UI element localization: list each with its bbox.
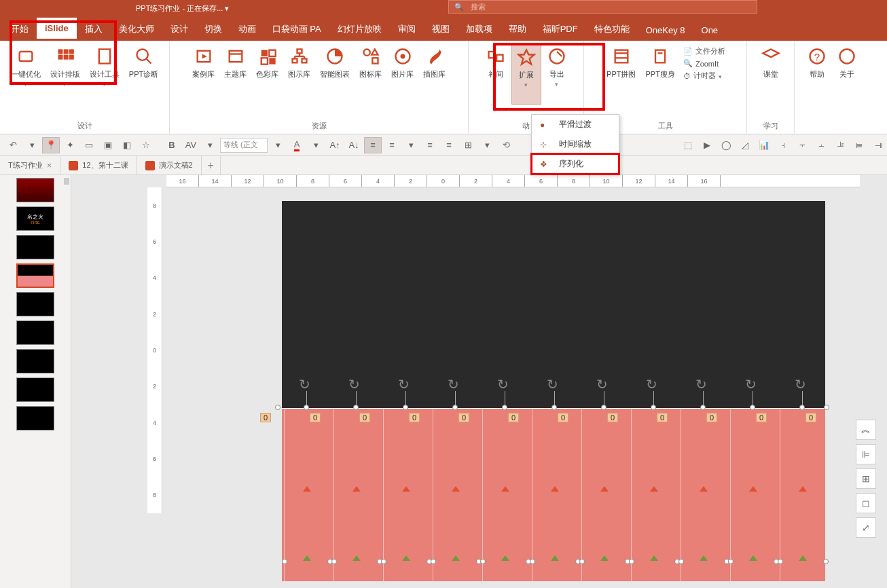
thumbnail-8[interactable] [16, 378, 54, 402]
btn-extend[interactable]: 扩展▾ [511, 43, 541, 105]
qat-icon-b[interactable]: ▶ [698, 137, 716, 153]
btn-spacing[interactable]: AV [182, 137, 200, 153]
btn-present[interactable]: ▣ [99, 137, 117, 153]
btn-iconlib[interactable]: 图标库 [355, 43, 386, 105]
font-color-drop[interactable]: ▾ [307, 137, 325, 153]
tab-design[interactable]: 设计 [162, 18, 196, 41]
panel-btn-up[interactable]: ︽ [856, 420, 876, 440]
dropdown-serialize[interactable]: ❖序列化 [532, 154, 619, 174]
selection-handle[interactable] [431, 559, 436, 564]
tab-beautify[interactable]: 美化大师 [111, 18, 162, 41]
btn-slim[interactable]: PPT瘦身 [642, 43, 679, 105]
rotate-handle[interactable]: ↻ [348, 376, 365, 392]
merge-drop[interactable]: ▾ [478, 137, 496, 153]
qat-icon-f[interactable]: ⫞ [774, 137, 792, 153]
btn-select[interactable]: ▭ [80, 137, 98, 153]
undo-button[interactable]: ↶ [4, 137, 22, 153]
btn-timer[interactable]: ⏱计时器▾ [683, 71, 725, 81]
btn-helpbtn[interactable]: ?帮助 [803, 43, 831, 105]
doctab-add[interactable]: + [202, 156, 221, 175]
rotate-handle[interactable]: ↻ [795, 376, 811, 392]
tab-view[interactable]: 视图 [424, 18, 458, 41]
btn-imagelib[interactable]: 图片库 [387, 43, 418, 105]
font-increase[interactable]: A↑ [326, 137, 344, 153]
selection-handle[interactable] [579, 559, 585, 564]
tab-one[interactable]: One [693, 20, 727, 41]
rotate-handle[interactable]: ↻ [745, 376, 761, 392]
font-color[interactable]: A [288, 137, 306, 153]
qat-icon-j[interactable]: ⫢ [850, 137, 868, 153]
tab-start[interactable]: 开始 [3, 18, 37, 41]
doctab-2[interactable]: 12、第十二课 [60, 156, 137, 175]
rotate-handle[interactable]: ↻ [448, 376, 464, 392]
rotate[interactable]: ⟲ [497, 137, 515, 153]
search-box[interactable]: 🔍 搜索 [448, 0, 757, 14]
selection-handle[interactable] [601, 405, 607, 410]
btn-illustlib[interactable]: 插图库 [419, 43, 450, 105]
btn-eraser[interactable]: ◧ [118, 137, 136, 153]
qat-icon-k[interactable]: ⫣ [869, 137, 887, 153]
rotate-handle[interactable]: ↻ [596, 376, 613, 392]
selection-handle[interactable] [502, 405, 507, 410]
btn-about[interactable]: 关于 [833, 43, 861, 105]
qat-icon-a[interactable]: ⬚ [679, 137, 697, 153]
qat-icon-e[interactable]: 📊 [755, 137, 773, 153]
thumbnail-7[interactable] [16, 349, 54, 373]
tab-addins[interactable]: 加载项 [458, 18, 501, 41]
rotate-handle[interactable]: ↻ [547, 376, 563, 392]
rotate-handle[interactable]: ↻ [299, 376, 315, 392]
btn-diagnose[interactable]: PPT诊断 [125, 43, 162, 105]
tab-foxit[interactable]: 福昕PDF [535, 18, 586, 41]
btn-puzzle[interactable]: PPT拼图 [602, 43, 640, 105]
font-drop[interactable]: ▾ [269, 137, 287, 153]
selection-handle[interactable] [824, 405, 829, 410]
rotate-handle[interactable]: ↻ [695, 376, 712, 392]
selection-handle[interactable] [452, 405, 458, 410]
selection-handle[interactable] [750, 405, 755, 410]
doctab-3[interactable]: 演示文稿2 [137, 156, 202, 175]
btn-export[interactable]: 导出▾ [543, 43, 571, 105]
rotate-handle[interactable]: ↻ [646, 376, 662, 392]
qat-icon-d[interactable]: ◿ [736, 137, 754, 153]
undo-split[interactable]: ▾ [23, 137, 41, 153]
doctab-1[interactable]: T练习作业× [0, 156, 60, 175]
panel-btn-expand[interactable]: ⤢ [856, 517, 876, 538]
selection-handle[interactable] [275, 405, 280, 410]
tab-feature[interactable]: 特色功能 [586, 18, 638, 41]
selection-handle[interactable] [282, 559, 287, 564]
rotate-handle[interactable]: ↻ [497, 376, 513, 392]
align-center[interactable]: ≡ [383, 137, 401, 153]
align-left[interactable]: ≡ [364, 137, 382, 153]
btn-designtool[interactable]: 设计工具▾ [86, 43, 124, 105]
thumbnail-5[interactable] [16, 292, 54, 316]
dropdown-time-scale[interactable]: ⊹时间缩放 [532, 134, 619, 154]
selection-handle[interactable] [823, 559, 829, 564]
tab-onekey[interactable]: OneKey 8 [638, 20, 693, 41]
qat-icon-i[interactable]: ⫡ [831, 137, 849, 153]
font-selector[interactable]: 等线 (正文 [220, 138, 268, 153]
selection-handle[interactable] [381, 559, 386, 564]
thumb-scrollbar[interactable] [64, 178, 69, 185]
selection-handle[interactable] [530, 559, 535, 564]
align-right[interactable]: ≡ [440, 137, 458, 153]
selection-handle[interactable] [728, 559, 734, 564]
thumbnail-1[interactable] [16, 178, 54, 202]
selection-handle[interactable] [651, 405, 656, 410]
selection-handle[interactable] [629, 559, 634, 564]
selection-handle[interactable] [403, 405, 408, 410]
tab-slideshow[interactable]: 幻灯片放映 [329, 18, 390, 41]
tab-review[interactable]: 审阅 [390, 18, 424, 41]
btn-zoomit[interactable]: 🔍ZoomIt [683, 59, 725, 68]
selection-handle[interactable] [331, 559, 337, 564]
thumbnail-2[interactable]: 名之火FIRE [16, 206, 54, 231]
selection-handle[interactable] [353, 405, 359, 410]
btn-star[interactable]: ☆ [137, 137, 155, 153]
selection-handle[interactable] [678, 559, 684, 564]
btn-smartchart[interactable]: 智能图表 [316, 43, 354, 105]
selection-handle[interactable] [700, 405, 706, 410]
btn-file-analysis[interactable]: 📄文件分析 [683, 46, 725, 56]
qat-icon-g[interactable]: ⫟ [793, 137, 811, 153]
selection-handle[interactable] [778, 559, 783, 564]
btn-optimize[interactable]: 一键优化▾ [7, 43, 45, 105]
spacing-drop[interactable]: ▾ [201, 137, 219, 153]
